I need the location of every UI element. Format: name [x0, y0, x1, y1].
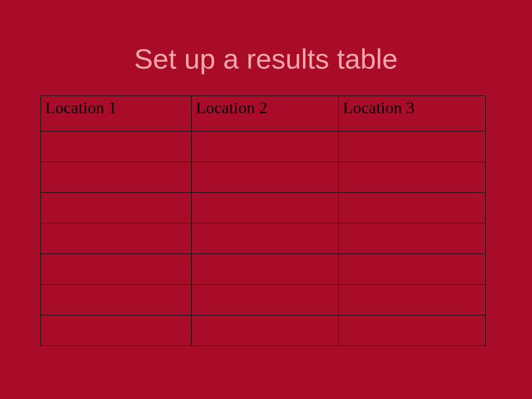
table-row — [41, 223, 486, 254]
table-cell — [41, 223, 192, 254]
table-cell — [339, 254, 486, 285]
table-row — [41, 162, 486, 193]
table-header-cell: Location 1 — [41, 96, 192, 131]
table-row — [41, 131, 486, 162]
table-row — [41, 315, 486, 346]
table-cell — [192, 223, 339, 254]
table-header-row: Location 1 Location 2 Location 3 — [41, 96, 486, 131]
table-cell — [339, 162, 486, 193]
table-cell — [192, 285, 339, 315]
table-cell — [192, 315, 339, 346]
table-cell — [41, 285, 192, 315]
slide-title: Set up a results table — [0, 0, 532, 96]
results-table: Location 1 Location 2 Location 3 — [41, 96, 486, 346]
table-cell — [339, 315, 486, 346]
table-header-cell: Location 2 — [192, 96, 339, 131]
table-cell — [41, 315, 192, 346]
table-cell — [339, 131, 486, 162]
table-row — [41, 285, 486, 315]
table-cell — [41, 254, 192, 285]
table-cell — [192, 254, 339, 285]
table-header-cell: Location 3 — [339, 96, 486, 131]
table-cell — [41, 131, 192, 162]
table-row — [41, 193, 486, 223]
table-cell — [192, 193, 339, 223]
table-cell — [192, 162, 339, 193]
table-cell — [339, 223, 486, 254]
table-cell — [41, 162, 192, 193]
table-cell — [192, 131, 339, 162]
table-cell — [339, 193, 486, 223]
table-cell — [41, 193, 192, 223]
table-cell — [339, 285, 486, 315]
table-row — [41, 254, 486, 285]
